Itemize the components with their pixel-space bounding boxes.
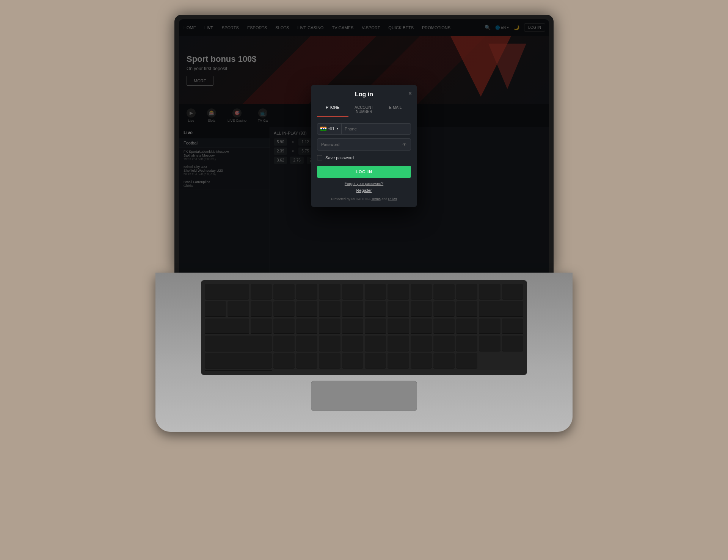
trackpad[interactable] [311, 381, 417, 411]
key-l [456, 336, 477, 351]
laptop-base [155, 273, 573, 432]
key-h [388, 336, 409, 351]
keyboard-area [201, 280, 527, 375]
key-8 [365, 301, 386, 317]
modal-header: Log in × [311, 85, 417, 102]
eye-toggle-icon[interactable]: 👁 [399, 139, 411, 150]
modal-close-button[interactable]: × [408, 91, 412, 97]
country-selector[interactable]: +91 ▾ [317, 124, 342, 134]
save-password-label: Save password [325, 155, 354, 160]
key-b [365, 353, 386, 369]
key-rbracket [502, 318, 523, 334]
key-7 [342, 301, 363, 317]
key-0 [411, 301, 432, 317]
laptop-screen-outer: HOME LIVE SPORTS ESPORTS SLOTS LIVE CASI… [174, 15, 554, 273]
key-period [456, 353, 477, 369]
modal-backdrop[interactable]: Log in × PHONE ACCOUNT NUMBER E-MAIL [179, 19, 549, 273]
site-wrapper: HOME LIVE SPORTS ESPORTS SLOTS LIVE CASI… [179, 19, 549, 273]
phone-input-row: +91 ▾ [317, 123, 411, 135]
key-f1 [251, 284, 272, 300]
key-f2 [273, 284, 295, 300]
key-lbracket [479, 318, 500, 334]
tab-account-number[interactable]: ACCOUNT NUMBER [348, 102, 380, 117]
key-semicolon [479, 336, 500, 351]
laptop-screen-inner: HOME LIVE SPORTS ESPORTS SLOTS LIVE CASI… [179, 19, 549, 273]
key-u [388, 318, 409, 334]
key-comma [433, 353, 455, 369]
country-code: +91 [328, 127, 334, 131]
key-shift-r [205, 370, 272, 371]
key-f5 [342, 284, 363, 300]
register-link[interactable]: Register [317, 188, 411, 193]
key-f10 [456, 284, 477, 300]
laptop: HOME LIVE SPORTS ESPORTS SLOTS LIVE CASI… [155, 15, 573, 546]
terms-link[interactable]: Terms [371, 197, 381, 201]
modal-title: Log in [355, 91, 373, 98]
modal-body: +91 ▾ 👁 [311, 117, 417, 207]
rules-link[interactable]: Rules [388, 197, 397, 201]
key-tab [205, 318, 249, 334]
key-n [388, 353, 409, 369]
tab-phone[interactable]: PHONE [317, 102, 348, 117]
key-p [456, 318, 477, 334]
key-f4 [319, 284, 340, 300]
password-input[interactable] [317, 139, 399, 150]
key-1 [205, 301, 226, 317]
key-f11 [479, 284, 500, 300]
key-f7 [388, 284, 409, 300]
key-backspace [479, 301, 523, 317]
login-submit-button[interactable]: LOG IN [317, 166, 411, 178]
key-e [296, 318, 317, 334]
key-6 [319, 301, 340, 317]
key-o [433, 318, 455, 334]
key-f [342, 336, 363, 351]
key-t [342, 318, 363, 334]
password-input-row: 👁 [317, 138, 411, 151]
key-quote [502, 336, 523, 351]
save-password-checkbox[interactable] [317, 155, 322, 160]
recaptcha-notice: Protected by reCAPTCHA Terms and Rules [317, 197, 411, 201]
save-password-row: Save password [317, 155, 411, 160]
key-9 [388, 301, 409, 317]
forgot-password-link[interactable]: Forgot your password? [317, 182, 411, 186]
modal-tabs: PHONE ACCOUNT NUMBER E-MAIL [311, 102, 417, 117]
key-r [319, 318, 340, 334]
key-minus [433, 301, 455, 317]
key-backtick [502, 284, 523, 300]
key-3 [251, 301, 272, 317]
key-f9 [433, 284, 455, 300]
key-f6 [365, 284, 386, 300]
key-z [273, 353, 295, 369]
key-i [411, 318, 432, 334]
key-d [319, 336, 340, 351]
key-v [342, 353, 363, 369]
key-g [365, 336, 386, 351]
key-f3 [296, 284, 317, 300]
key-c [319, 353, 340, 369]
tab-email[interactable]: E-MAIL [380, 102, 411, 117]
india-flag-icon [320, 127, 326, 131]
key-y [365, 318, 386, 334]
key-a [273, 336, 295, 351]
key-m [411, 353, 432, 369]
key-q [251, 318, 272, 334]
key-j [411, 336, 432, 351]
key-shift-l [205, 353, 272, 369]
login-modal: Log in × PHONE ACCOUNT NUMBER E-MAIL [311, 85, 417, 207]
phone-input[interactable] [342, 124, 411, 134]
key-x [296, 353, 317, 369]
key-s [296, 336, 317, 351]
chevron-down-icon: ▾ [337, 127, 338, 130]
key-5 [296, 301, 317, 317]
key-f8 [411, 284, 432, 300]
key-esc [205, 284, 249, 300]
key-4 [273, 301, 295, 317]
key-caps [205, 336, 272, 351]
key-equals [456, 301, 477, 317]
key-2 [228, 301, 249, 317]
key-w [273, 318, 295, 334]
key-k [433, 336, 455, 351]
